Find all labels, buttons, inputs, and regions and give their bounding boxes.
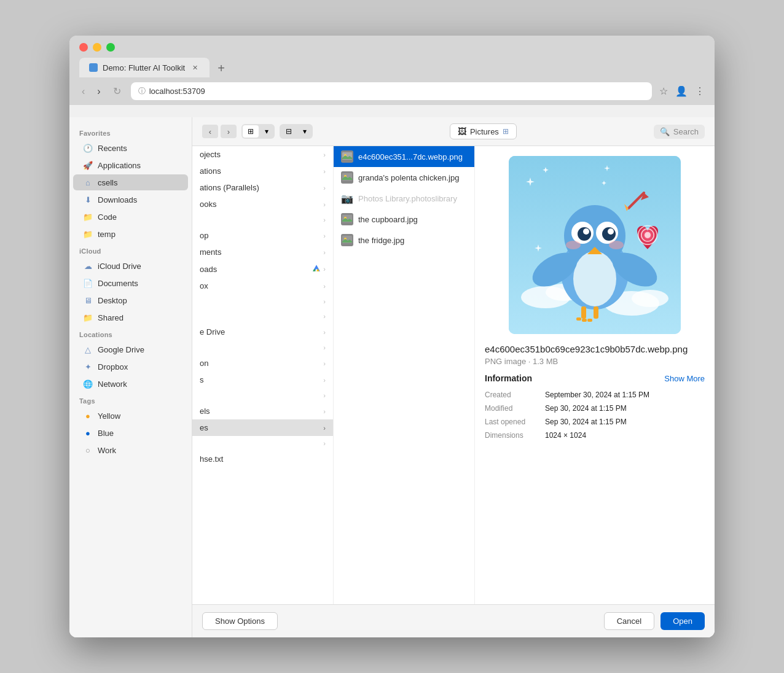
- sidebar-item-downloads[interactable]: ⬇ Downloads: [73, 192, 188, 208]
- reload-button[interactable]: ↻: [111, 84, 123, 98]
- applications-icon: 🚀: [83, 160, 93, 170]
- menu-icon[interactable]: ⋮: [695, 85, 705, 97]
- search-icon: 🔍: [660, 127, 670, 136]
- show-more-button[interactable]: Show More: [664, 374, 705, 383]
- sidebar-item-blue-tag[interactable]: ● Blue: [73, 425, 188, 441]
- folder-item[interactable]: ations ›: [192, 163, 333, 179]
- minimize-button[interactable]: [93, 43, 101, 52]
- show-options-button[interactable]: Show Options: [202, 612, 278, 630]
- sidebar-item-desktop[interactable]: 🖥 Desktop: [73, 292, 188, 308]
- sidebar-item-icloud[interactable]: ☁ iCloud Drive: [73, 258, 188, 274]
- tab-favicon: [89, 63, 98, 72]
- modified-row: Modified Sep 30, 2024 at 1:15 PM: [485, 402, 705, 415]
- sidebar-label-csells: csells: [98, 178, 118, 187]
- columns-view-button[interactable]: ⊞: [243, 125, 259, 138]
- back-button[interactable]: ‹: [79, 85, 87, 98]
- sidebar-item-shared[interactable]: 📁 Shared: [73, 309, 188, 325]
- folder-item-highlighted[interactable]: es ›: [192, 419, 333, 436]
- svg-rect-41: [587, 319, 592, 322]
- folder-item[interactable]: on ›: [192, 355, 333, 372]
- open-button[interactable]: Open: [661, 612, 705, 630]
- toolbar-forward-button[interactable]: ›: [221, 125, 237, 138]
- close-button[interactable]: [79, 43, 88, 52]
- folder-item[interactable]: s ›: [192, 372, 333, 388]
- sidebar-label-shared: Shared: [98, 313, 123, 322]
- sidebar-item-yellow-tag[interactable]: ● Yellow: [73, 408, 188, 424]
- folder-item[interactable]: op ›: [192, 227, 333, 244]
- folder-item[interactable]: ments ›: [192, 244, 333, 260]
- folder-item[interactable]: ›: [192, 212, 333, 227]
- file-item-polenta[interactable]: granda's polenta chicken.jpg: [334, 167, 474, 188]
- maximize-button[interactable]: [106, 43, 115, 52]
- svg-rect-37: [581, 306, 586, 319]
- address-bar[interactable]: ⓘ localhost:53709: [131, 82, 652, 100]
- file-dialog: Favorites 🕐 Recents 🚀 Applications ⌂ cse…: [69, 117, 715, 637]
- tab-close-icon[interactable]: ✕: [190, 63, 200, 72]
- sidebar-label-dropbox: Dropbox: [98, 362, 128, 372]
- cancel-button[interactable]: Cancel: [604, 612, 654, 630]
- icloud-icon: ☁: [83, 261, 93, 271]
- folder-item[interactable]: ations (Parallels) ›: [192, 179, 333, 196]
- folder-item-downloads[interactable]: oads ›: [192, 260, 333, 278]
- search-bar[interactable]: 🔍 Search: [654, 125, 705, 139]
- new-tab-button[interactable]: +: [212, 59, 230, 77]
- sidebar-item-applications[interactable]: 🚀 Applications: [73, 157, 188, 173]
- sidebar-item-documents[interactable]: 📄 Documents: [73, 275, 188, 291]
- file-item-selected[interactable]: e4c600ec351...7dc.webp.png: [334, 146, 474, 167]
- sidebar-label-icloud: iCloud Drive: [98, 262, 141, 271]
- sidebar-item-network[interactable]: 🌐 Network: [73, 376, 188, 392]
- sidebar-item-recents[interactable]: 🕐 Recents: [73, 140, 188, 156]
- folder-item[interactable]: ›: [192, 294, 333, 309]
- folder-item[interactable]: ›: [192, 436, 333, 451]
- sidebar-label-googledrive: Google Drive: [98, 345, 144, 354]
- file-item-photos[interactable]: 📷 Photos Library.photoslibrary: [334, 188, 474, 209]
- folder-item[interactable]: els ›: [192, 403, 333, 419]
- sidebar-item-work-tag[interactable]: ○ Work: [73, 442, 188, 458]
- sidebar-label-documents: Documents: [98, 279, 138, 288]
- file-toolbar: ‹ › ⊞ ▾ ⊟ ▾ 🖼 Pictures: [192, 117, 715, 146]
- view-dropdown-arrow[interactable]: ▾: [260, 125, 273, 138]
- toolbar-back-button[interactable]: ‹: [202, 125, 218, 138]
- svg-rect-38: [594, 306, 598, 319]
- folder-item[interactable]: ox ›: [192, 278, 333, 294]
- grid-dropdown-arrow[interactable]: ▾: [298, 125, 312, 138]
- folder-item-txt[interactable]: hse.txt: [192, 451, 333, 467]
- preview-info-header: Information Show More: [485, 373, 705, 383]
- file-item-fridge[interactable]: the fridge.jpg: [334, 230, 474, 251]
- desktop-icon: 🖥: [83, 295, 93, 305]
- file-item-cupboard[interactable]: the cupboard.jpg: [334, 209, 474, 230]
- sidebar-item-temp[interactable]: 📁 temp: [73, 226, 188, 242]
- dialog-bottom: Show Options Cancel Open: [192, 604, 715, 637]
- folder-item[interactable]: ›: [192, 340, 333, 355]
- sidebar-item-code[interactable]: 📁 Code: [73, 209, 188, 225]
- preview-filename: e4c600ec351b0c69ce923c1c9b0b57dc.webp.pn…: [485, 344, 705, 354]
- folder-item-drive[interactable]: e Drive ›: [192, 324, 333, 340]
- browser-content: Favorites 🕐 Recents 🚀 Applications ⌂ cse…: [69, 105, 715, 637]
- modified-value: Sep 30, 2024 at 1:15 PM: [545, 404, 627, 413]
- folder-item[interactable]: ›: [192, 309, 333, 324]
- sidebar-label-blue: Blue: [98, 429, 114, 438]
- grid-view-button[interactable]: ⊟: [281, 125, 297, 138]
- sidebar-item-googledrive[interactable]: △ Google Drive: [73, 341, 188, 357]
- sidebar-label-downloads: Downloads: [98, 195, 137, 204]
- last-opened-row: Last opened Sep 30, 2024 at 1:15 PM: [485, 415, 705, 429]
- location-dropdown-icon: ⊞: [503, 127, 509, 136]
- forward-button[interactable]: ›: [95, 85, 103, 98]
- profile-icon[interactable]: 👤: [675, 85, 688, 97]
- created-label: Created: [485, 391, 540, 399]
- sidebar-item-csells[interactable]: ⌂ csells: [73, 174, 188, 190]
- folder-item[interactable]: ooks ›: [192, 196, 333, 212]
- folder-item[interactable]: ojects ›: [192, 146, 333, 163]
- dimensions-row: Dimensions 1024 × 1024: [485, 429, 705, 442]
- browser-tab[interactable]: Demo: Flutter AI Toolkit ✕: [79, 58, 210, 77]
- browser-toolbar: ‹ › ↻ ⓘ localhost:53709 ☆ 👤 ⋮: [69, 77, 715, 105]
- location-selector[interactable]: 🖼 Pictures ⊞: [450, 123, 517, 139]
- file-icon-photos: 📷: [341, 192, 353, 204]
- documents-icon: 📄: [83, 278, 93, 288]
- sidebar-label-desktop: Desktop: [98, 296, 127, 305]
- bookmark-icon[interactable]: ☆: [659, 85, 668, 97]
- last-opened-label: Last opened: [485, 418, 540, 426]
- folder-item[interactable]: ›: [192, 388, 333, 403]
- sidebar-item-dropbox[interactable]: ✦ Dropbox: [73, 359, 188, 375]
- file-name-fridge: the fridge.jpg: [358, 236, 467, 245]
